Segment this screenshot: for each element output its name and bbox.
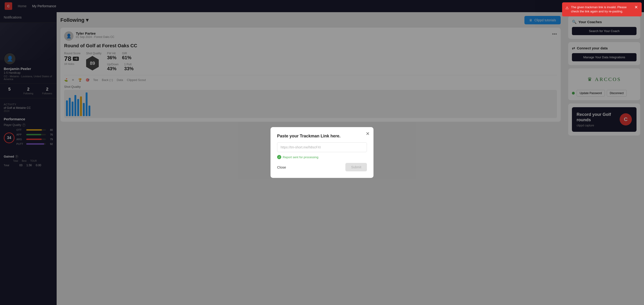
modal-title: Paste your Trackman Link here. [277, 134, 367, 138]
modal-overlay: Paste your Trackman Link here. ✕ ✓ Repor… [0, 0, 644, 305]
trackman-modal: Paste your Trackman Link here. ✕ ✓ Repor… [270, 127, 374, 178]
warning-icon: ⚠ [565, 6, 569, 10]
success-text: Report sent for processing [283, 156, 318, 159]
modal-success-message: ✓ Report sent for processing [277, 155, 367, 159]
modal-close-x-button[interactable]: ✕ [366, 131, 370, 136]
modal-close-button[interactable]: Close [277, 165, 286, 169]
toast-close-button[interactable]: ✕ [634, 5, 638, 9]
trackman-link-input[interactable] [277, 142, 367, 152]
success-check-icon: ✓ [277, 155, 281, 159]
modal-actions: Close Submit [277, 163, 367, 171]
toast-message: The given trackman link is invalid. Plea… [571, 5, 632, 14]
modal-submit-button[interactable]: Submit [346, 163, 367, 171]
error-toast: ⚠ The given trackman link is invalid. Pl… [562, 2, 642, 16]
